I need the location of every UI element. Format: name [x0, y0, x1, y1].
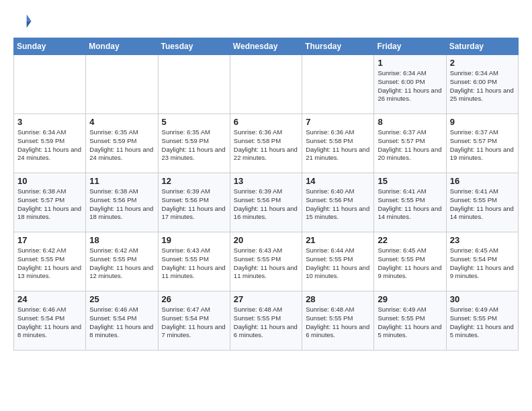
day-info: Sunrise: 6:38 AM Sunset: 5:57 PM Dayligh… — [17, 187, 82, 222]
calendar-cell — [302, 55, 374, 114]
day-number: 17 — [17, 235, 82, 245]
day-info: Sunrise: 6:39 AM Sunset: 5:56 PM Dayligh… — [162, 187, 226, 222]
calendar-cell: 1Sunrise: 6:34 AM Sunset: 6:00 PM Daylig… — [374, 55, 446, 114]
day-info: Sunrise: 6:41 AM Sunset: 5:55 PM Dayligh… — [450, 187, 515, 222]
day-number: 11 — [89, 176, 154, 186]
logo-icon — [13, 11, 32, 30]
calendar-cell — [230, 55, 302, 114]
day-info: Sunrise: 6:43 AM Sunset: 5:55 PM Dayligh… — [162, 246, 226, 281]
day-info: Sunrise: 6:48 AM Sunset: 5:55 PM Dayligh… — [234, 306, 298, 340]
day-info: Sunrise: 6:44 AM Sunset: 5:55 PM Dayligh… — [306, 246, 370, 281]
weekday-header-sunday: Sunday — [14, 38, 86, 55]
day-info: Sunrise: 6:35 AM Sunset: 5:59 PM Dayligh… — [89, 128, 154, 163]
day-number: 14 — [306, 176, 370, 186]
day-number: 27 — [234, 294, 298, 304]
day-info: Sunrise: 6:47 AM Sunset: 5:54 PM Dayligh… — [162, 306, 226, 340]
day-number: 7 — [306, 117, 370, 127]
day-number: 29 — [378, 294, 442, 304]
calendar-cell: 11Sunrise: 6:38 AM Sunset: 5:56 PM Dayli… — [86, 173, 158, 232]
calendar-cell: 21Sunrise: 6:44 AM Sunset: 5:55 PM Dayli… — [302, 232, 374, 291]
day-info: Sunrise: 6:34 AM Sunset: 6:00 PM Dayligh… — [450, 69, 515, 103]
day-number: 20 — [234, 235, 298, 245]
day-info: Sunrise: 6:45 AM Sunset: 5:54 PM Dayligh… — [450, 246, 515, 281]
calendar-cell: 18Sunrise: 6:42 AM Sunset: 5:55 PM Dayli… — [86, 232, 158, 291]
weekday-header-friday: Friday — [374, 38, 446, 55]
day-info: Sunrise: 6:34 AM Sunset: 6:00 PM Dayligh… — [378, 69, 442, 103]
day-info: Sunrise: 6:43 AM Sunset: 5:55 PM Dayligh… — [234, 246, 298, 281]
day-number: 25 — [89, 294, 154, 304]
calendar-cell — [158, 55, 230, 114]
day-number: 26 — [162, 294, 226, 304]
day-info: Sunrise: 6:48 AM Sunset: 5:55 PM Dayligh… — [306, 306, 370, 340]
weekday-header-thursday: Thursday — [302, 38, 374, 55]
day-info: Sunrise: 6:38 AM Sunset: 5:56 PM Dayligh… — [89, 187, 154, 222]
day-number: 19 — [162, 235, 226, 245]
svg-marker-1 — [27, 21, 32, 28]
day-number: 21 — [306, 235, 370, 245]
day-info: Sunrise: 6:42 AM Sunset: 5:55 PM Dayligh… — [89, 246, 154, 281]
calendar-week-2: 3Sunrise: 6:34 AM Sunset: 5:59 PM Daylig… — [14, 114, 519, 173]
calendar-cell: 30Sunrise: 6:49 AM Sunset: 5:55 PM Dayli… — [446, 291, 518, 351]
day-info: Sunrise: 6:42 AM Sunset: 5:55 PM Dayligh… — [17, 246, 82, 281]
calendar-cell: 20Sunrise: 6:43 AM Sunset: 5:55 PM Dayli… — [230, 232, 302, 291]
calendar-cell: 8Sunrise: 6:37 AM Sunset: 5:57 PM Daylig… — [374, 114, 446, 173]
calendar-cell: 12Sunrise: 6:39 AM Sunset: 5:56 PM Dayli… — [158, 173, 230, 232]
day-info: Sunrise: 6:39 AM Sunset: 5:56 PM Dayligh… — [234, 187, 298, 222]
day-number: 15 — [378, 176, 442, 186]
day-info: Sunrise: 6:49 AM Sunset: 5:55 PM Dayligh… — [378, 306, 442, 340]
calendar-cell: 23Sunrise: 6:45 AM Sunset: 5:54 PM Dayli… — [446, 232, 518, 291]
day-number: 23 — [450, 235, 515, 245]
calendar-cell: 25Sunrise: 6:46 AM Sunset: 5:54 PM Dayli… — [86, 291, 158, 351]
day-info: Sunrise: 6:45 AM Sunset: 5:55 PM Dayligh… — [378, 246, 442, 281]
calendar-cell — [14, 55, 86, 114]
day-info: Sunrise: 6:35 AM Sunset: 5:59 PM Dayligh… — [162, 128, 226, 163]
calendar-cell: 2Sunrise: 6:34 AM Sunset: 6:00 PM Daylig… — [446, 55, 518, 114]
logo — [13, 11, 35, 30]
weekday-header-tuesday: Tuesday — [158, 38, 230, 55]
calendar-cell: 16Sunrise: 6:41 AM Sunset: 5:55 PM Dayli… — [446, 173, 518, 232]
calendar-cell: 26Sunrise: 6:47 AM Sunset: 5:54 PM Dayli… — [158, 291, 230, 351]
day-number: 28 — [306, 294, 370, 304]
day-info: Sunrise: 6:37 AM Sunset: 5:57 PM Dayligh… — [378, 128, 442, 163]
calendar-week-4: 17Sunrise: 6:42 AM Sunset: 5:55 PM Dayli… — [14, 232, 519, 291]
weekday-header-saturday: Saturday — [446, 38, 518, 55]
day-info: Sunrise: 6:37 AM Sunset: 5:57 PM Dayligh… — [450, 128, 515, 163]
day-number: 12 — [162, 176, 226, 186]
calendar-cell: 5Sunrise: 6:35 AM Sunset: 5:59 PM Daylig… — [158, 114, 230, 173]
calendar-cell: 28Sunrise: 6:48 AM Sunset: 5:55 PM Dayli… — [302, 291, 374, 351]
day-number: 24 — [17, 294, 82, 304]
day-number: 5 — [162, 117, 226, 127]
calendar-cell: 17Sunrise: 6:42 AM Sunset: 5:55 PM Dayli… — [14, 232, 86, 291]
calendar-cell: 6Sunrise: 6:36 AM Sunset: 5:58 PM Daylig… — [230, 114, 302, 173]
day-number: 1 — [378, 58, 442, 68]
calendar-cell: 15Sunrise: 6:41 AM Sunset: 5:55 PM Dayli… — [374, 173, 446, 232]
weekday-header-row: SundayMondayTuesdayWednesdayThursdayFrid… — [14, 38, 519, 55]
weekday-header-monday: Monday — [86, 38, 158, 55]
calendar-table: SundayMondayTuesdayWednesdayThursdayFrid… — [13, 38, 519, 351]
day-number: 22 — [378, 235, 442, 245]
calendar-cell — [86, 55, 158, 114]
calendar-cell: 19Sunrise: 6:43 AM Sunset: 5:55 PM Dayli… — [158, 232, 230, 291]
calendar-cell: 3Sunrise: 6:34 AM Sunset: 5:59 PM Daylig… — [14, 114, 86, 173]
day-info: Sunrise: 6:46 AM Sunset: 5:54 PM Dayligh… — [17, 306, 82, 340]
calendar-cell: 7Sunrise: 6:36 AM Sunset: 5:58 PM Daylig… — [302, 114, 374, 173]
day-info: Sunrise: 6:40 AM Sunset: 5:56 PM Dayligh… — [306, 187, 370, 222]
day-info: Sunrise: 6:36 AM Sunset: 5:58 PM Dayligh… — [234, 128, 298, 163]
page: SundayMondayTuesdayWednesdayThursdayFrid… — [0, 0, 532, 411]
svg-marker-0 — [27, 15, 32, 21]
day-number: 9 — [450, 117, 515, 127]
day-number: 10 — [17, 176, 82, 186]
calendar-cell: 14Sunrise: 6:40 AM Sunset: 5:56 PM Dayli… — [302, 173, 374, 232]
calendar-cell: 10Sunrise: 6:38 AM Sunset: 5:57 PM Dayli… — [14, 173, 86, 232]
day-number: 13 — [234, 176, 298, 186]
calendar-cell: 13Sunrise: 6:39 AM Sunset: 5:56 PM Dayli… — [230, 173, 302, 232]
day-number: 30 — [450, 294, 515, 304]
calendar-cell: 4Sunrise: 6:35 AM Sunset: 5:59 PM Daylig… — [86, 114, 158, 173]
day-number: 16 — [450, 176, 515, 186]
day-number: 4 — [89, 117, 154, 127]
calendar-week-5: 24Sunrise: 6:46 AM Sunset: 5:54 PM Dayli… — [14, 291, 519, 351]
day-info: Sunrise: 6:34 AM Sunset: 5:59 PM Dayligh… — [17, 128, 82, 163]
day-info: Sunrise: 6:49 AM Sunset: 5:55 PM Dayligh… — [450, 306, 515, 340]
day-info: Sunrise: 6:41 AM Sunset: 5:55 PM Dayligh… — [378, 187, 442, 222]
day-info: Sunrise: 6:36 AM Sunset: 5:58 PM Dayligh… — [306, 128, 370, 163]
